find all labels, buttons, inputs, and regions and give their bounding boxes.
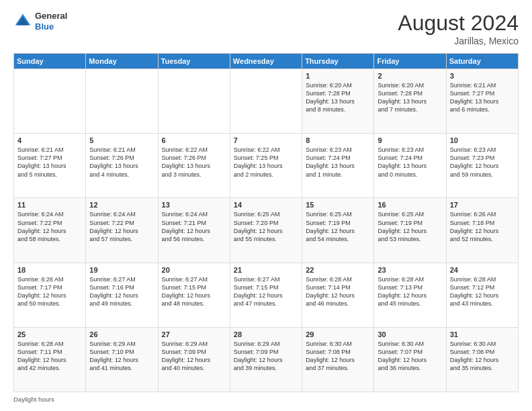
day-cell: 14Sunrise: 6:25 AM Sunset: 7:20 PM Dayli…	[230, 198, 302, 263]
day-cell: 9Sunrise: 6:23 AM Sunset: 7:24 PM Daylig…	[374, 134, 446, 198]
day-number: 17	[450, 201, 515, 209]
day-number: 21	[234, 266, 298, 274]
day-cell: 8Sunrise: 6:23 AM Sunset: 7:24 PM Daylig…	[302, 134, 374, 198]
day-number: 28	[234, 330, 298, 338]
day-info: Sunrise: 6:27 AM Sunset: 7:15 PM Dayligh…	[234, 275, 298, 308]
day-number: 20	[162, 266, 226, 274]
day-info: Sunrise: 6:24 AM Sunset: 7:22 PM Dayligh…	[17, 210, 82, 243]
day-info: Sunrise: 6:24 AM Sunset: 7:21 PM Dayligh…	[162, 210, 226, 243]
day-cell: 13Sunrise: 6:24 AM Sunset: 7:21 PM Dayli…	[158, 198, 230, 263]
weekday-header-thursday: Thursday	[302, 54, 374, 69]
day-info: Sunrise: 6:30 AM Sunset: 7:08 PM Dayligh…	[306, 340, 370, 373]
day-cell: 31Sunrise: 6:30 AM Sunset: 7:06 PM Dayli…	[446, 327, 518, 392]
day-number: 9	[378, 136, 442, 144]
day-info: Sunrise: 6:28 AM Sunset: 7:13 PM Dayligh…	[378, 275, 442, 308]
day-cell: 11Sunrise: 6:24 AM Sunset: 7:22 PM Dayli…	[14, 198, 86, 263]
calendar: SundayMondayTuesdayWednesdayThursdayFrid…	[13, 53, 519, 392]
day-cell	[230, 69, 302, 134]
day-number: 6	[162, 136, 226, 144]
calendar-header: SundayMondayTuesdayWednesdayThursdayFrid…	[14, 54, 519, 69]
day-cell: 1Sunrise: 6:20 AM Sunset: 7:28 PM Daylig…	[302, 69, 374, 134]
calendar-table: SundayMondayTuesdayWednesdayThursdayFrid…	[13, 53, 519, 392]
day-info: Sunrise: 6:30 AM Sunset: 7:06 PM Dayligh…	[450, 340, 515, 373]
day-number: 10	[450, 136, 515, 144]
day-info: Sunrise: 6:26 AM Sunset: 7:18 PM Dayligh…	[450, 210, 515, 243]
day-info: Sunrise: 6:28 AM Sunset: 7:12 PM Dayligh…	[450, 275, 515, 308]
day-number: 1	[306, 72, 370, 80]
day-number: 13	[162, 201, 226, 209]
day-cell: 12Sunrise: 6:24 AM Sunset: 7:22 PM Dayli…	[86, 198, 158, 263]
day-info: Sunrise: 6:23 AM Sunset: 7:23 PM Dayligh…	[450, 146, 515, 179]
week-row-1: 1Sunrise: 6:20 AM Sunset: 7:28 PM Daylig…	[14, 69, 519, 134]
day-info: Sunrise: 6:27 AM Sunset: 7:15 PM Dayligh…	[162, 275, 226, 308]
day-cell	[86, 69, 158, 134]
title-block: August 2024 Jarillas, Mexico	[398, 11, 519, 46]
day-number: 2	[378, 72, 442, 80]
day-info: Sunrise: 6:29 AM Sunset: 7:09 PM Dayligh…	[162, 340, 226, 373]
day-number: 24	[450, 266, 515, 274]
day-info: Sunrise: 6:21 AM Sunset: 7:27 PM Dayligh…	[17, 146, 82, 179]
day-cell: 4Sunrise: 6:21 AM Sunset: 7:27 PM Daylig…	[14, 134, 86, 198]
weekday-header-sunday: Sunday	[14, 54, 86, 69]
day-number: 12	[89, 201, 154, 209]
weekday-row: SundayMondayTuesdayWednesdayThursdayFrid…	[14, 54, 519, 69]
day-cell: 7Sunrise: 6:22 AM Sunset: 7:25 PM Daylig…	[230, 134, 302, 198]
day-info: Sunrise: 6:22 AM Sunset: 7:25 PM Dayligh…	[234, 146, 298, 179]
day-cell: 2Sunrise: 6:20 AM Sunset: 7:28 PM Daylig…	[374, 69, 446, 134]
header: General Blue August 2024 Jarillas, Mexic…	[13, 11, 519, 46]
weekday-header-saturday: Saturday	[446, 54, 518, 69]
day-cell: 22Sunrise: 6:28 AM Sunset: 7:14 PM Dayli…	[302, 263, 374, 327]
location: Jarillas, Mexico	[398, 36, 519, 46]
day-info: Sunrise: 6:23 AM Sunset: 7:24 PM Dayligh…	[306, 146, 370, 179]
logo-text: General Blue	[35, 11, 67, 32]
day-cell: 19Sunrise: 6:27 AM Sunset: 7:16 PM Dayli…	[86, 263, 158, 327]
day-number: 14	[234, 201, 298, 209]
week-row-3: 11Sunrise: 6:24 AM Sunset: 7:22 PM Dayli…	[14, 198, 519, 263]
day-cell: 18Sunrise: 6:26 AM Sunset: 7:17 PM Dayli…	[14, 263, 86, 327]
logo-icon	[13, 12, 32, 31]
day-cell: 30Sunrise: 6:30 AM Sunset: 7:07 PM Dayli…	[374, 327, 446, 392]
day-cell: 27Sunrise: 6:29 AM Sunset: 7:09 PM Dayli…	[158, 327, 230, 392]
day-info: Sunrise: 6:24 AM Sunset: 7:22 PM Dayligh…	[89, 210, 154, 243]
day-cell	[158, 69, 230, 134]
weekday-header-friday: Friday	[374, 54, 446, 69]
day-info: Sunrise: 6:25 AM Sunset: 7:19 PM Dayligh…	[306, 210, 370, 243]
day-info: Sunrise: 6:20 AM Sunset: 7:28 PM Dayligh…	[378, 81, 442, 114]
day-number: 8	[306, 136, 370, 144]
day-number: 29	[306, 330, 370, 338]
day-cell: 6Sunrise: 6:22 AM Sunset: 7:26 PM Daylig…	[158, 134, 230, 198]
day-number: 18	[17, 266, 82, 274]
week-row-4: 18Sunrise: 6:26 AM Sunset: 7:17 PM Dayli…	[14, 263, 519, 327]
day-number: 22	[306, 266, 370, 274]
day-cell: 20Sunrise: 6:27 AM Sunset: 7:15 PM Dayli…	[158, 263, 230, 327]
day-number: 11	[17, 201, 82, 209]
day-number: 3	[450, 72, 515, 80]
day-cell: 28Sunrise: 6:29 AM Sunset: 7:09 PM Dayli…	[230, 327, 302, 392]
day-cell: 15Sunrise: 6:25 AM Sunset: 7:19 PM Dayli…	[302, 198, 374, 263]
day-number: 4	[17, 136, 82, 144]
day-cell: 25Sunrise: 6:28 AM Sunset: 7:11 PM Dayli…	[14, 327, 86, 392]
day-cell: 10Sunrise: 6:23 AM Sunset: 7:23 PM Dayli…	[446, 134, 518, 198]
day-info: Sunrise: 6:21 AM Sunset: 7:26 PM Dayligh…	[89, 146, 154, 179]
month-year: August 2024	[398, 11, 519, 36]
day-number: 25	[17, 330, 82, 338]
day-number: 23	[378, 266, 442, 274]
day-cell: 24Sunrise: 6:28 AM Sunset: 7:12 PM Dayli…	[446, 263, 518, 327]
footer-note: Daylight hours	[13, 396, 519, 403]
week-row-5: 25Sunrise: 6:28 AM Sunset: 7:11 PM Dayli…	[14, 327, 519, 392]
day-info: Sunrise: 6:30 AM Sunset: 7:07 PM Dayligh…	[378, 340, 442, 373]
day-info: Sunrise: 6:23 AM Sunset: 7:24 PM Dayligh…	[378, 146, 442, 179]
day-cell: 5Sunrise: 6:21 AM Sunset: 7:26 PM Daylig…	[86, 134, 158, 198]
day-info: Sunrise: 6:25 AM Sunset: 7:19 PM Dayligh…	[378, 210, 442, 243]
day-number: 7	[234, 136, 298, 144]
day-info: Sunrise: 6:20 AM Sunset: 7:28 PM Dayligh…	[306, 81, 370, 114]
day-cell: 16Sunrise: 6:25 AM Sunset: 7:19 PM Dayli…	[374, 198, 446, 263]
day-info: Sunrise: 6:28 AM Sunset: 7:14 PM Dayligh…	[306, 275, 370, 308]
day-number: 19	[89, 266, 154, 274]
day-cell: 17Sunrise: 6:26 AM Sunset: 7:18 PM Dayli…	[446, 198, 518, 263]
page: General Blue August 2024 Jarillas, Mexic…	[0, 0, 532, 411]
day-cell: 29Sunrise: 6:30 AM Sunset: 7:08 PM Dayli…	[302, 327, 374, 392]
day-cell: 26Sunrise: 6:29 AM Sunset: 7:10 PM Dayli…	[86, 327, 158, 392]
day-number: 5	[89, 136, 154, 144]
day-info: Sunrise: 6:26 AM Sunset: 7:17 PM Dayligh…	[17, 275, 82, 308]
